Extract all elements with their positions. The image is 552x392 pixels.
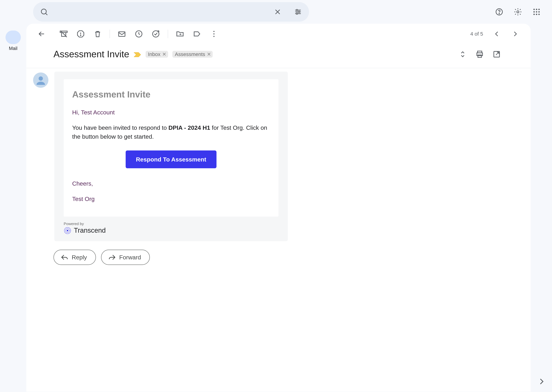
svg-point-28 [213,33,214,35]
add-task-icon[interactable] [147,25,164,42]
support-icon[interactable] [491,3,508,20]
report-spam-icon[interactable] [72,25,89,42]
print-icon[interactable] [473,48,487,61]
forward-icon [108,253,116,261]
message-toolbar: 4 of 5 [26,24,530,44]
apps-grid-icon[interactable] [528,3,545,20]
svg-rect-24 [119,32,125,36]
svg-point-19 [533,14,535,15]
search-icon[interactable] [36,3,53,20]
forward-button[interactable]: Forward [101,250,150,265]
clear-search-icon[interactable] [269,3,286,20]
settings-icon[interactable] [509,3,526,20]
remove-label-icon[interactable]: ✕ [207,51,211,57]
open-new-window-icon[interactable] [490,48,503,61]
svg-point-15 [538,9,540,10]
email-subject: Assessment Invite [53,49,129,60]
importance-marker-icon[interactable] [134,51,141,57]
expand-collapse-icon[interactable] [456,48,470,61]
svg-point-17 [536,11,537,13]
search-bar[interactable] [33,2,309,22]
svg-point-37 [67,230,68,231]
email-heading: Assessment Invite [72,89,270,100]
svg-point-23 [80,35,81,35]
search-input[interactable] [56,8,266,16]
email-body-text: You have been invited to respond to DPIA… [72,123,270,141]
svg-point-0 [41,9,46,14]
svg-point-27 [213,31,214,32]
email-signoff: Cheers, [72,178,270,189]
body-bold: DPIA - 2024 H1 [168,124,210,131]
nav-rail: Mail [0,24,26,51]
nav-mail[interactable]: Mail [6,31,21,51]
powered-by-brand-row: Transcend [64,227,278,234]
labels-icon[interactable] [189,25,205,42]
svg-point-13 [533,9,535,10]
email-body-card: Assessment Invite Hi, Test Account You h… [54,72,288,241]
body-pre: You have been invited to respond to [72,124,168,131]
svg-point-5 [296,9,298,11]
transcend-logo-icon [64,227,71,234]
show-side-panel-icon[interactable] [537,376,547,386]
delete-icon[interactable] [89,25,106,42]
older-icon[interactable] [507,25,524,42]
subject-row: Assessment Invite Inbox ✕ Assessments ✕ [26,44,530,68]
svg-point-14 [536,9,537,10]
back-icon[interactable] [33,25,50,42]
mark-unread-icon[interactable] [113,25,130,42]
svg-point-21 [538,14,540,15]
svg-point-12 [517,11,519,13]
toolbar-separator [168,30,168,38]
svg-point-16 [533,11,535,13]
label-text: Assessments [175,51,205,57]
sender-avatar[interactable] [33,72,48,88]
app-header [0,0,552,24]
label-inbox[interactable]: Inbox ✕ [145,51,168,57]
svg-line-1 [46,14,47,15]
reply-button[interactable]: Reply [53,250,96,265]
label-assessments[interactable]: Assessments ✕ [172,51,213,57]
label-text: Inbox [148,51,160,57]
svg-point-34 [39,76,43,81]
svg-point-9 [296,13,298,14]
respond-to-assessment-button[interactable]: Respond To Assessment [126,150,217,168]
email-row: Assessment Invite Hi, Test Account You h… [26,68,530,245]
email-sender-org: Test Org [72,193,270,205]
svg-point-18 [538,11,540,13]
forward-label: Forward [119,254,141,261]
move-to-icon[interactable] [172,25,189,42]
svg-point-11 [499,13,500,14]
reply-icon [61,253,68,261]
search-options-icon[interactable] [290,3,306,20]
page-count: 4 of 5 [470,31,483,37]
powered-by-label: Powered by [64,222,278,226]
svg-point-7 [298,11,300,13]
powered-by-brand: Transcend [74,227,106,234]
archive-icon[interactable] [55,25,72,42]
email-greeting: Hi, Test Account [72,109,270,116]
reply-label: Reply [72,254,87,261]
powered-by-footer: Powered by Transcend [54,217,288,241]
snooze-icon[interactable] [130,25,147,42]
nav-mail-label: Mail [9,46,18,51]
more-icon[interactable] [205,25,222,42]
svg-point-20 [536,14,537,15]
main-panel: 4 of 5 Assessment Invite Inbox ✕ Assessm… [26,24,530,392]
email-inner-card: Assessment Invite Hi, Test Account You h… [64,79,278,217]
mail-icon [6,31,21,44]
svg-point-29 [213,36,214,37]
reply-actions-row: Reply Forward [26,245,530,270]
newer-icon[interactable] [488,25,505,42]
toolbar-separator [109,30,110,38]
remove-label-icon[interactable]: ✕ [162,51,167,57]
